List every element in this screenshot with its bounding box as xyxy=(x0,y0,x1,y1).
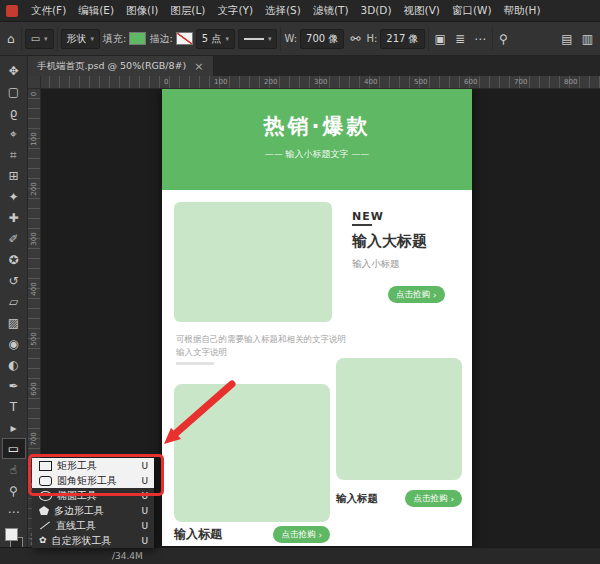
foreground-color-swatch[interactable] xyxy=(5,528,18,541)
flyout-item-ellipse-tool[interactable]: 椭圆工具 U xyxy=(32,488,154,503)
divider xyxy=(428,27,429,51)
fill-color-swatch[interactable] xyxy=(129,32,146,45)
path-operations-icon[interactable]: ▣ xyxy=(432,33,449,45)
stroke-label: 描边: xyxy=(149,32,172,46)
tools-panel: ✥ ▢ ϱ ⌖ ⌗ ⊞ ✦ ✚ ✐ ✪ ↺ ▱ ▨ ◉ ◐ ✒ T ▸ ▭ ☝ … xyxy=(0,56,28,564)
healing-tool-icon[interactable]: ✚ xyxy=(2,207,26,228)
menu-select[interactable]: 选择(S) xyxy=(259,0,307,21)
menu-image[interactable]: 图像(I) xyxy=(120,0,164,21)
preset-shape-icon: ▭ xyxy=(31,33,40,44)
menu-bar: 文件(F) 编辑(E) 图像(I) 图层(L) 文字(Y) 选择(S) 滤镜(T… xyxy=(0,0,600,22)
flyout-item-polygon-tool[interactable]: 多边形工具 U xyxy=(32,503,154,518)
quick-select-tool-icon[interactable]: ⌖ xyxy=(2,123,26,144)
polygon-tool-icon xyxy=(39,506,49,515)
shortcut-key: U xyxy=(141,521,154,531)
stroke-width-select[interactable]: 5 点 ▾ xyxy=(196,29,235,49)
history-brush-tool-icon[interactable]: ↺ xyxy=(2,270,26,291)
menu-filter[interactable]: 滤镜(T) xyxy=(307,0,355,21)
stroke-style-select[interactable]: ▾ xyxy=(238,29,278,49)
flyout-item-label: 矩形工具 xyxy=(57,459,97,473)
divider xyxy=(280,27,281,51)
search-icon[interactable]: ⚲ xyxy=(496,33,511,45)
hero-image-placeholder xyxy=(174,202,332,322)
workspace-panel-alt-icon[interactable]: ▥ xyxy=(579,33,596,45)
ruler-number: 500 xyxy=(414,78,427,86)
brush-tool-icon[interactable]: ✐ xyxy=(2,228,26,249)
flyout-item-custom-shape-tool[interactable]: ✿ 自定形状工具 U xyxy=(32,533,154,548)
rounded-rectangle-tool-icon xyxy=(39,476,52,486)
frame-tool-icon[interactable]: ⊞ xyxy=(2,165,26,186)
ruler-number: 800 xyxy=(564,78,577,86)
dodge-tool-icon[interactable]: ◐ xyxy=(2,354,26,375)
flyout-item-label: 椭圆工具 xyxy=(57,489,97,503)
menu-layer[interactable]: 图层(L) xyxy=(164,0,211,21)
gradient-tool-icon[interactable]: ▨ xyxy=(2,312,26,333)
path-select-tool-icon[interactable]: ▸ xyxy=(2,417,26,438)
shortcut-key: U xyxy=(141,476,154,486)
stamp-tool-icon[interactable]: ✪ xyxy=(2,249,26,270)
path-alignment-icon[interactable]: ≣ xyxy=(452,33,468,45)
stroke-color-swatch[interactable] xyxy=(176,32,193,45)
ruler-number: 100 xyxy=(214,78,227,86)
hand-tool-icon[interactable]: ☝ xyxy=(2,459,26,480)
tool-preset-picker[interactable]: ▭ ▾ xyxy=(25,29,54,49)
ruler-number: 600 xyxy=(464,78,477,86)
tool-mode-select[interactable]: 形状 ▾ xyxy=(61,29,101,49)
menu-type[interactable]: 文字(Y) xyxy=(211,0,259,21)
new-badge: NEW xyxy=(352,210,384,223)
flyout-item-rectangle-tool[interactable]: 矩形工具 U xyxy=(32,458,154,473)
shortcut-key: U xyxy=(141,491,154,501)
document-title: 手机端首页.psd @ 50%(RGB/8#) xyxy=(37,60,186,73)
design-header-subtitle: —— 输入小标题文字 —— xyxy=(162,148,472,161)
close-icon[interactable]: × xyxy=(194,60,203,73)
ruler-corner xyxy=(28,76,41,89)
document-tab[interactable]: 手机端首页.psd @ 50%(RGB/8#) × xyxy=(28,56,213,76)
eyedropper-tool-icon[interactable]: ✦ xyxy=(2,186,26,207)
menu-3d[interactable]: 3D(D) xyxy=(354,0,397,21)
flyout-item-rounded-rectangle-tool[interactable]: 圆角矩形工具 U xyxy=(32,473,154,488)
width-input[interactable]: 700 像 xyxy=(300,29,344,49)
type-tool-icon[interactable]: T xyxy=(2,396,26,417)
eraser-tool-icon[interactable]: ▱ xyxy=(2,291,26,312)
pen-tool-icon[interactable]: ✒ xyxy=(2,375,26,396)
divider xyxy=(57,27,58,51)
menu-view[interactable]: 视图(V) xyxy=(398,0,446,21)
blur-tool-icon[interactable]: ◉ xyxy=(2,333,26,354)
buy-button: 点击抢购 › xyxy=(388,286,445,303)
crop-tool-icon[interactable]: ⌗ xyxy=(2,144,26,165)
shape-tools-flyout: 矩形工具 U 圆角矩形工具 U 椭圆工具 U 多边形工具 U 直线工具 U ✿ … xyxy=(32,458,154,548)
link-dimensions-icon[interactable]: ⚯ xyxy=(347,33,363,45)
ellipse-tool-icon xyxy=(39,491,52,501)
zoom-tool-icon[interactable]: ⚲ xyxy=(2,480,26,501)
height-input[interactable]: 217 像 xyxy=(380,29,424,49)
shape-tool-icon[interactable]: ▭ xyxy=(2,438,26,459)
document-page: 热销·爆款 —— 输入小标题文字 —— NEW 输入大标题 输入小标题 点击抢购… xyxy=(162,88,472,546)
buy-button: 点击抢购 › xyxy=(273,526,330,543)
ruler-number: 400 xyxy=(364,78,377,86)
menu-edit[interactable]: 编辑(E) xyxy=(72,0,120,21)
width-label: W: xyxy=(284,33,297,44)
custom-shape-tool-icon: ✿ xyxy=(39,536,47,545)
lasso-tool-icon[interactable]: ϱ xyxy=(2,102,26,123)
app-icon xyxy=(6,5,18,17)
workspace-panel-icon[interactable]: ▤ xyxy=(558,33,575,45)
move-tool-icon[interactable]: ✥ xyxy=(2,60,26,81)
buy-button-label: 点击抢购 xyxy=(413,493,447,505)
flyout-item-label: 直线工具 xyxy=(56,519,96,533)
buy-button-label: 点击抢购 xyxy=(281,529,315,541)
menu-help[interactable]: 帮助(H) xyxy=(498,0,547,21)
menu-window[interactable]: 窗口(W) xyxy=(446,0,498,21)
rectangle-tool-icon xyxy=(39,461,52,471)
height-label: H: xyxy=(366,33,377,44)
description-line-1: 可根据自己的需要输入标题和相关的文字说明 xyxy=(176,334,346,346)
ruler-number: 400 xyxy=(30,281,38,297)
home-icon[interactable]: ⌂ xyxy=(4,33,18,45)
description-line-2: 输入文字说明 xyxy=(176,347,227,359)
edit-toolbar-icon[interactable]: ⋯ xyxy=(2,501,26,522)
buy-button: 点击抢购 › xyxy=(405,490,462,507)
marquee-tool-icon[interactable]: ▢ xyxy=(2,81,26,102)
more-options-icon[interactable]: ⋯ xyxy=(471,33,489,45)
flyout-item-line-tool[interactable]: 直线工具 U xyxy=(32,518,154,533)
chevron-down-icon: ▾ xyxy=(91,35,95,43)
menu-file[interactable]: 文件(F) xyxy=(25,0,72,21)
